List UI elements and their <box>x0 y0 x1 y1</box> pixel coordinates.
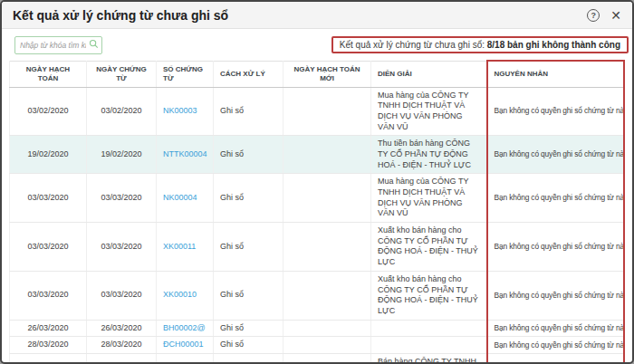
table-cell: 03/03/2020 <box>87 223 157 272</box>
document-number-cell: NK00004 <box>157 174 214 223</box>
results-table-wrap: NGÀY HẠCH TOÁNNGÀY CHỨNG TỪSỐ CHỨNG TỪCÁ… <box>9 60 625 364</box>
table-cell <box>283 353 371 364</box>
document-number-cell: XK00011 <box>157 223 214 272</box>
table-cell: Bạn không có quyền ghi sổ chứng từ này <box>487 223 625 272</box>
document-number-cell: ĐCH00001 <box>157 337 214 354</box>
search-icon <box>89 39 99 49</box>
table-cell: 19/02/2020 <box>87 136 157 174</box>
table-header-row: NGÀY HẠCH TOÁNNGÀY CHỨNG TỪSỐ CHỨNG TỪCÁ… <box>10 61 625 87</box>
table-cell: Bạn không có quyền ghi sổ chứng từ này <box>487 320 625 337</box>
document-number-cell: BH00006@ <box>157 353 214 364</box>
table-cell: 03/03/2020 <box>87 271 157 320</box>
table-row[interactable]: 28/03/202028/03/2020ĐCH00001Ghi sổBạn kh… <box>10 337 625 354</box>
table-cell: Thu tiền bán hàng CÔNG TY CỔ PHẦN TỰ ĐỘN… <box>371 136 487 174</box>
table-cell <box>371 337 487 354</box>
table-cell: Xuất kho bán hàng cho CÔNG TY CỔ PHẦN TỰ… <box>371 271 487 320</box>
table-row[interactable]: 03/03/202003/03/2020XK00010Ghi sổXuất kh… <box>10 271 625 320</box>
dialog-titlebar: Kết quả xử lý chứng từ chưa ghi sổ ? ✕ <box>2 2 632 29</box>
table-cell: Ghi sổ <box>214 271 283 320</box>
document-number-cell: BH00002@ <box>157 320 214 337</box>
table-row[interactable]: 03/02/202003/02/2020NK00003Ghi sổMua hàn… <box>10 87 625 136</box>
table-cell: 19/02/2020 <box>10 136 87 174</box>
table-cell: 30/03/2020 <box>87 353 157 364</box>
table-cell: 03/03/2020 <box>87 174 157 223</box>
column-header[interactable]: NGÀY CHỨNG TỪ <box>87 61 157 87</box>
result-summary: Kết quả xử lý chứng từ chưa ghi sổ: 8/18… <box>331 36 629 53</box>
toolbar: Kết quả xử lý chứng từ chưa ghi sổ: 8/18… <box>2 29 632 60</box>
table-cell <box>283 174 371 223</box>
table-cell: Ghi sổ <box>214 320 283 337</box>
table-cell: Mua hàng của CÔNG TY TNHH DỊCH THUẬT VÀ … <box>371 174 487 223</box>
table-cell: Bạn không có quyền ghi sổ chứng từ này <box>487 174 625 223</box>
table-cell: 30/03/2020 <box>10 353 87 364</box>
table-cell <box>283 136 371 174</box>
table-row[interactable]: 19/02/202019/02/2020NTTK00004Ghi sổThu t… <box>10 136 625 174</box>
table-cell: Bạn không có quyền ghi sổ chứng từ này <box>487 136 625 174</box>
table-cell: Ghi sổ <box>214 87 283 136</box>
results-table: NGÀY HẠCH TOÁNNGÀY CHỨNG TỪSỐ CHỨNG TỪCÁ… <box>9 60 625 364</box>
table-row[interactable]: 03/03/202003/03/2020NK00004Ghi sổMua hàn… <box>10 174 625 223</box>
column-header[interactable]: CÁCH XỬ LÝ <box>214 61 283 87</box>
table-row[interactable]: 26/03/202026/03/2020BH00002@Ghi sổBạn kh… <box>10 320 625 337</box>
table-cell: Bạn không có quyền ghi sổ chứng từ này <box>487 337 625 354</box>
table-cell: 26/03/2020 <box>10 320 87 337</box>
document-number-cell: NTTK00004 <box>157 136 214 174</box>
result-summary-label: Kết quả xử lý chứng từ chưa ghi sổ: <box>340 40 485 50</box>
document-link[interactable]: NTTK00004 <box>163 149 207 158</box>
column-header[interactable]: NGÀY HẠCH TOÁN <box>10 61 87 87</box>
table-cell <box>283 271 371 320</box>
document-link[interactable]: ĐCH00001 <box>163 340 204 349</box>
table-cell: Xuất kho bán hàng cho CÔNG TY CỔ PHẦN TỰ… <box>371 223 487 272</box>
table-body: 03/02/202003/02/2020NK00003Ghi sổMua hàn… <box>10 87 625 364</box>
table-cell: Bạn không có quyền ghi sổ chứng từ này <box>487 87 625 136</box>
table-cell: 28/03/2020 <box>10 337 87 354</box>
table-cell <box>283 87 371 136</box>
process-result-dialog: Kết quả xử lý chứng từ chưa ghi sổ ? ✕ K… <box>0 0 634 364</box>
result-summary-value: 8/18 bản ghi không thành công <box>487 40 620 50</box>
table-cell: Ghi sổ <box>214 223 283 272</box>
table-cell: Ghi sổ <box>214 353 283 364</box>
table-cell: Ghi sổ <box>214 136 283 174</box>
table-cell: 03/03/2020 <box>10 223 87 272</box>
document-link[interactable]: NK00004 <box>163 193 197 202</box>
table-row[interactable]: 03/03/202003/03/2020XK00011Ghi sổXuất kh… <box>10 223 625 272</box>
table-cell: 03/02/2020 <box>10 87 87 136</box>
document-link[interactable]: BH00002@ <box>163 323 206 332</box>
column-header[interactable]: NGUYÊN NHÂN <box>487 61 625 87</box>
table-cell <box>371 320 487 337</box>
document-link[interactable]: NK00003 <box>163 106 197 115</box>
table-cell: 03/03/2020 <box>10 174 87 223</box>
table-cell <box>283 223 371 272</box>
column-header[interactable]: NGÀY HẠCH TOÁN MỚI <box>283 61 371 87</box>
table-cell: Ghi sổ <box>214 337 283 354</box>
table-row[interactable]: 30/03/202030/03/2020BH00006@Ghi sổBán hà… <box>10 353 625 364</box>
close-icon[interactable]: ✕ <box>610 9 621 22</box>
document-link[interactable]: XK00010 <box>163 290 197 299</box>
page-title: Kết quả xử lý chứng từ chưa ghi sổ <box>13 8 228 23</box>
table-cell <box>283 337 371 354</box>
table-cell: Ghi sổ <box>214 174 283 223</box>
table-cell: 03/03/2020 <box>10 271 87 320</box>
help-icon[interactable]: ? <box>587 9 600 22</box>
table-cell: 26/03/2020 <box>87 320 157 337</box>
document-number-cell: XK00010 <box>157 271 214 320</box>
table-cell: Bạn không có quyền ghi sổ chứng từ này <box>487 353 625 364</box>
column-header[interactable]: SỐ CHỨNG TỪ <box>157 61 214 87</box>
table-cell <box>283 320 371 337</box>
table-cell: Bạn không có quyền ghi sổ chứng từ này <box>487 271 625 320</box>
table-cell: 28/03/2020 <box>87 337 157 354</box>
document-number-cell: NK00003 <box>157 87 214 136</box>
document-link[interactable]: XK00011 <box>163 242 196 251</box>
table-cell: Bán hàng CÔNG TY TNHH XÂY DỰNG VÀ VẬN TẢ… <box>371 353 487 364</box>
table-cell: 03/02/2020 <box>87 87 157 136</box>
column-header[interactable]: DIỄN GIẢI <box>371 61 487 87</box>
table-cell: Mua hàng của CÔNG TY TNHH DỊCH THUẬT VÀ … <box>371 87 487 136</box>
